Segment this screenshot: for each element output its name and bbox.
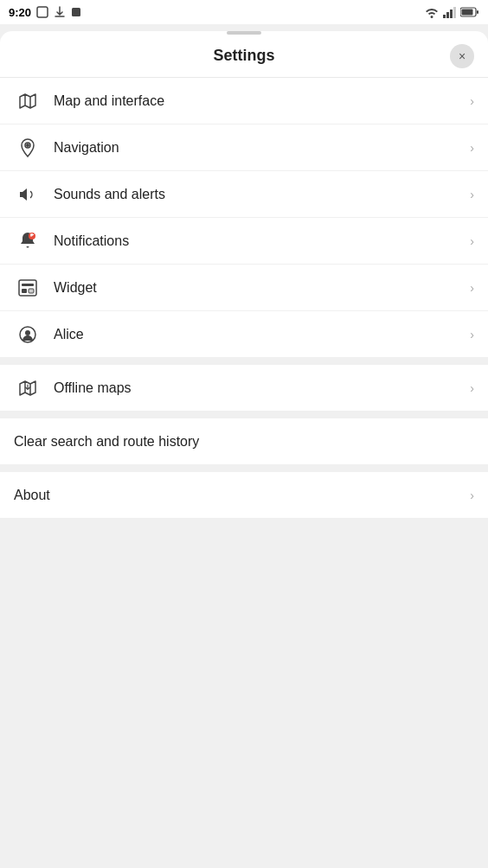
menu-label-map-and-interface: Map and interface [54, 93, 470, 109]
offline-maps-section: Offline maps › [0, 365, 488, 412]
small-square-icon [71, 7, 81, 17]
menu-item-alice[interactable]: Alice › [0, 311, 488, 358]
section-divider-2 [0, 412, 488, 418]
map-icon [14, 87, 42, 115]
settings-panel: Settings × Map and interface › [0, 31, 488, 519]
chevron-icon-about: › [470, 488, 474, 502]
menu-label-sounds-and-alerts: Sounds and alerts [54, 187, 470, 202]
menu-item-navigation[interactable]: Navigation › [0, 124, 488, 171]
main-menu-section: Map and interface › Navigation › [0, 78, 488, 358]
svg-rect-4 [450, 10, 453, 18]
close-button[interactable]: × [450, 44, 474, 68]
svg-rect-12 [22, 284, 34, 286]
svg-point-9 [26, 144, 29, 147]
svg-rect-11 [19, 280, 36, 296]
menu-item-notifications[interactable]: Notifications › [0, 218, 488, 265]
section-divider-1 [0, 358, 488, 365]
status-left: 9:20 [9, 6, 81, 19]
status-right [424, 6, 479, 18]
chevron-icon-map: › [470, 94, 474, 108]
menu-label-alice: Alice [54, 327, 470, 342]
status-bar: 9:20 [0, 0, 488, 24]
svg-rect-5 [453, 7, 456, 18]
svg-rect-3 [446, 12, 449, 18]
section-divider-3 [0, 465, 488, 472]
menu-item-widget[interactable]: Widget › [0, 265, 488, 311]
chevron-icon-alice: › [470, 328, 474, 341]
download-icon [54, 6, 66, 18]
svg-point-16 [25, 330, 30, 335]
alice-icon [14, 321, 42, 348]
clear-history-item[interactable]: Clear search and route history [0, 418, 488, 465]
svg-rect-7 [477, 10, 478, 14]
chevron-icon-widget: › [470, 281, 474, 295]
chevron-icon-notifications: › [470, 234, 474, 248]
about-item[interactable]: About › [0, 472, 488, 519]
svg-rect-2 [443, 15, 446, 18]
chevron-icon-offline-maps: › [470, 381, 474, 395]
wifi-icon [424, 6, 440, 18]
menu-label-offline-maps: Offline maps [54, 380, 470, 396]
menu-item-map-and-interface[interactable]: Map and interface › [0, 78, 488, 124]
menu-label-widget: Widget [54, 280, 470, 296]
svg-rect-8 [462, 10, 473, 16]
square-icon [36, 6, 48, 18]
about-label: About [14, 488, 470, 503]
menu-label-notifications: Notifications [54, 233, 470, 249]
navigation-icon [14, 134, 42, 162]
menu-item-offline-maps[interactable]: Offline maps › [0, 365, 488, 412]
offline-maps-icon [14, 374, 42, 402]
chevron-icon-navigation: › [470, 141, 474, 155]
sound-icon [14, 181, 42, 208]
settings-header: Settings × [0, 35, 488, 78]
battery-icon [460, 7, 479, 17]
svg-rect-14 [29, 289, 34, 293]
time-display: 9:20 [9, 6, 31, 19]
menu-label-navigation: Navigation [54, 140, 470, 156]
settings-title: Settings [213, 47, 274, 65]
svg-rect-1 [72, 8, 80, 16]
chevron-icon-sounds: › [470, 188, 474, 201]
svg-rect-13 [22, 289, 27, 293]
notifications-icon [14, 227, 42, 255]
svg-rect-0 [37, 7, 48, 17]
clear-history-label: Clear search and route history [14, 434, 199, 450]
widget-icon [14, 274, 42, 302]
signal-icon [443, 6, 457, 18]
menu-item-sounds-and-alerts[interactable]: Sounds and alerts › [0, 171, 488, 218]
